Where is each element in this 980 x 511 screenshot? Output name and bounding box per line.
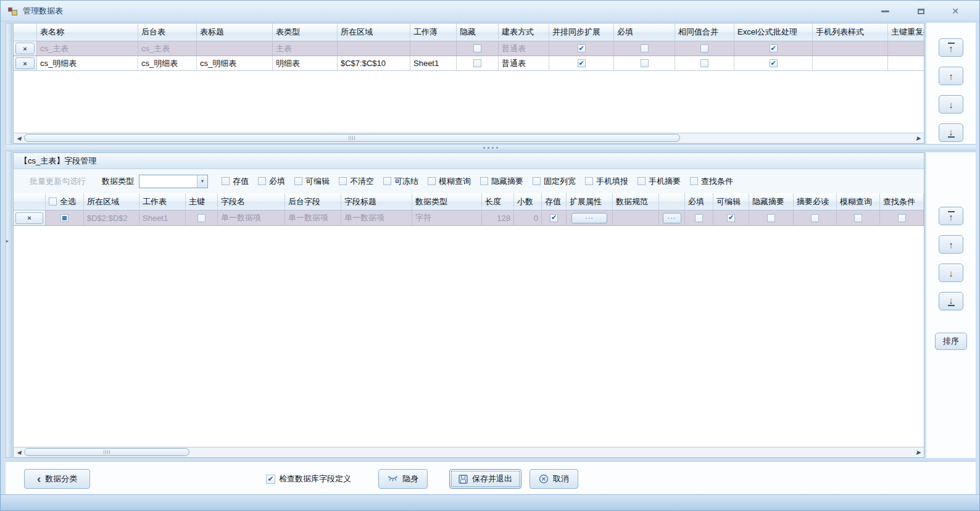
combobox-dropdown-button[interactable]: ▼ (197, 175, 207, 188)
move-up-button[interactable]: ↑ (939, 235, 963, 254)
cell-checkbox-editable[interactable]: ✔ (727, 214, 735, 222)
toolbar-checkbox-9[interactable]: ✔手机摘要 (637, 176, 681, 187)
column-header-delete[interactable] (14, 193, 46, 210)
cell-checkbox-hidden[interactable]: ✔ (473, 44, 481, 52)
toolbar-checkbox-6[interactable]: ✔隐藏摘要 (480, 176, 523, 187)
maximize-button[interactable] (913, 6, 929, 17)
move-bottom-button[interactable]: ↓ (939, 292, 963, 310)
checkbox[interactable]: ✔ (266, 475, 275, 484)
cell-checkbox-merge-same-value[interactable]: ✔ (700, 44, 708, 52)
row-select-checkbox[interactable] (60, 214, 69, 222)
datatype-combobox[interactable]: ▼ (139, 175, 208, 188)
move-up-button[interactable]: ↑ (939, 67, 963, 85)
cell-checkbox-required[interactable]: ✔ (641, 59, 649, 67)
checkbox[interactable]: ✔ (258, 177, 266, 185)
cell-checkbox-hidden[interactable]: ✔ (473, 59, 481, 67)
column-header-side-sync-extend[interactable]: 并排同步扩展 (549, 23, 614, 41)
checkbox[interactable]: ✔ (637, 177, 646, 185)
cell-checkbox-excel-formula-batch[interactable]: ✔ (770, 44, 778, 52)
column-header-backend-field[interactable]: 后台字段 (285, 193, 341, 210)
delete-row-button[interactable]: × (15, 57, 35, 69)
scroll-right-button[interactable]: ▶ (913, 133, 924, 143)
cell-checkbox-required[interactable]: ✔ (695, 214, 703, 222)
table-row[interactable]: ×$D$2:$D$2Sheet1✔单一数据项单一数据项单一数据项字符1280✔·… (14, 210, 924, 226)
checkbox[interactable]: ✔ (222, 177, 230, 185)
column-header-table-name[interactable]: 表名称 (37, 23, 138, 41)
scroll-thumb[interactable] (24, 134, 680, 142)
scroll-right-button[interactable]: ▶ (913, 447, 924, 457)
stealth-button[interactable]: 隐身 (378, 469, 428, 489)
column-header-field-title[interactable]: 字段标题 (341, 193, 412, 210)
horizontal-splitter[interactable] (6, 144, 976, 151)
select-all-checkbox[interactable]: ✔ (49, 197, 57, 206)
checkbox[interactable]: ✔ (533, 177, 541, 185)
close-button[interactable]: ✕ (947, 6, 963, 17)
toolbar-checkbox-8[interactable]: ✔手机填报 (585, 176, 628, 187)
checkbox[interactable]: ✔ (294, 177, 302, 185)
checkbox[interactable]: ✔ (339, 177, 347, 185)
back-button[interactable]: ‹ 数据分类 (24, 469, 90, 489)
delete-row-button[interactable]: × (15, 43, 35, 54)
toolbar-checkbox-5[interactable]: ✔模糊查询 (428, 176, 471, 187)
column-header-hide-summary[interactable]: 隐藏摘要 (749, 193, 794, 210)
cell-checkbox-excel-formula-batch[interactable]: ✔ (770, 59, 778, 67)
column-header-find-condition[interactable]: 查找条件 (880, 193, 924, 210)
checkbox[interactable]: ✔ (480, 177, 488, 185)
column-header-backend-table[interactable]: 后台表 (138, 23, 197, 41)
column-header-primary-key[interactable]: 主键 (186, 193, 218, 210)
column-header-required[interactable]: 必填 (614, 23, 675, 41)
toolbar-checkbox-10[interactable]: ✔查找条件 (690, 176, 733, 187)
title-bar[interactable]: 管理数据表 (1, 1, 979, 22)
checkbox[interactable]: ✔ (690, 177, 698, 185)
toolbar-checkbox-4[interactable]: ✔可冻结 (383, 176, 418, 187)
checkbox[interactable]: ✔ (383, 177, 391, 185)
tables-grid-hscrollbar[interactable]: ◀ ▶ (14, 133, 924, 143)
save-exit-button[interactable]: 保存并退出 (449, 469, 521, 489)
column-header-ext-props[interactable]: 扩展属性 (567, 193, 613, 210)
column-header-store-value[interactable]: 存值 (542, 193, 567, 210)
table-row[interactable]: ×cs_明细表cs_明细表cs_明细表明细表$C$7:$C$10Sheet1✔普… (14, 56, 924, 71)
move-down-button[interactable]: ↓ (939, 95, 963, 114)
ellipsis-button[interactable]: ··· (663, 213, 681, 223)
column-header-excel-formula-batch[interactable]: Excel公式批处理 (734, 23, 813, 41)
move-top-button[interactable]: ↑ (939, 38, 963, 57)
move-down-button[interactable]: ↓ (939, 264, 963, 282)
cell-checkbox-required[interactable]: ✔ (641, 44, 649, 52)
ellipsis-button[interactable]: ··· (571, 213, 607, 223)
table-row[interactable]: ×cs_主表cs_主表主表✔普通表✔✔✔✔ (14, 41, 924, 56)
move-top-button[interactable]: ↑ (939, 207, 963, 225)
column-header-table-title[interactable]: 表标题 (197, 23, 273, 41)
delete-row-button[interactable]: × (15, 212, 43, 224)
column-header-pk-duplicate[interactable]: 主键重复提 (888, 23, 924, 41)
cell-checkbox-side-sync-extend[interactable]: ✔ (578, 59, 586, 67)
column-header-region[interactable]: 所在区域 (84, 193, 139, 210)
column-header-data-type[interactable]: 数据类型 (412, 193, 482, 210)
column-header-workbook[interactable]: 工作薄 (410, 23, 457, 41)
column-header-blank[interactable] (659, 193, 685, 210)
column-header-fuzzy-query[interactable]: 模糊查询 (837, 193, 880, 210)
column-header-data-spec[interactable]: 数据规范 (613, 193, 659, 210)
cell-checkbox-fuzzy-query[interactable]: ✔ (854, 214, 862, 222)
scroll-left-button[interactable]: ◀ (14, 447, 24, 457)
cell-checkbox-find-condition[interactable]: ✔ (898, 214, 906, 222)
toolbar-checkbox-0[interactable]: ✔存值 (222, 176, 249, 187)
column-header-worksheet[interactable]: 工作表 (139, 193, 186, 210)
column-header-region[interactable]: 所在区域 (338, 23, 410, 41)
move-bottom-button[interactable]: ↓ (939, 123, 963, 142)
collapse-splitter[interactable]: ▸ (6, 23, 12, 458)
cell-checkbox-primary-key[interactable]: ✔ (197, 214, 206, 222)
cell-checkbox-hide-summary[interactable]: ✔ (767, 214, 775, 222)
fields-grid-hscrollbar[interactable]: ◀ ▶ (14, 447, 924, 457)
column-header-hidden[interactable]: 隐藏 (457, 23, 499, 41)
column-header-length[interactable]: 长度 (482, 193, 514, 210)
cancel-button[interactable]: 取消 (529, 469, 578, 489)
cell-checkbox-merge-same-value[interactable]: ✔ (700, 59, 708, 67)
cell-checkbox-summary-must-read[interactable]: ✔ (811, 214, 819, 222)
checkbox[interactable]: ✔ (585, 177, 593, 185)
minimize-button[interactable] (877, 6, 893, 17)
toolbar-checkbox-7[interactable]: ✔固定列宽 (533, 176, 576, 187)
column-header-merge-same-value[interactable]: 相同值合并 (675, 23, 734, 41)
column-header-mobile-list-style[interactable]: 手机列表样式 (813, 23, 888, 41)
scroll-left-button[interactable]: ◀ (14, 133, 24, 143)
scroll-thumb[interactable] (24, 448, 189, 456)
